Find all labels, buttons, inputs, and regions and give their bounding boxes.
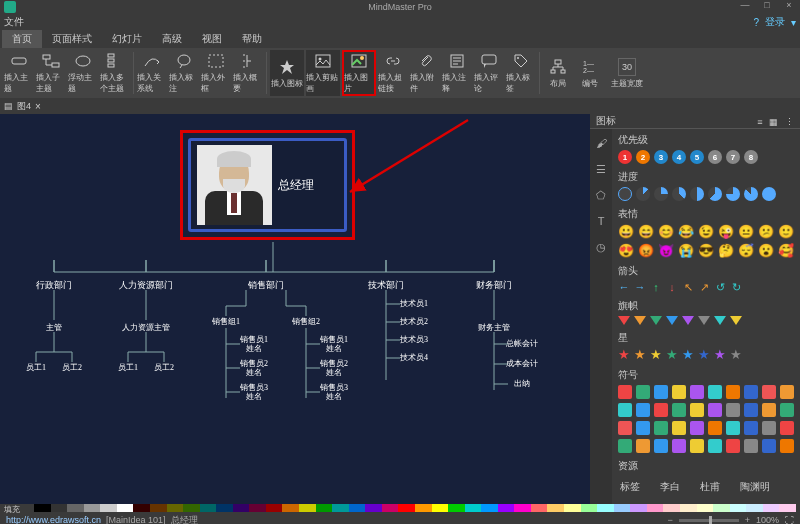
svg-text:销售员1: 销售员1: [319, 335, 348, 344]
zoom-slider[interactable]: [679, 519, 739, 522]
panel-title: 图标: [596, 114, 616, 128]
svg-point-13: [360, 56, 364, 60]
flag-icons[interactable]: [618, 316, 794, 325]
svg-text:1—: 1—: [583, 60, 594, 67]
width-control[interactable]: 30主题宽度: [607, 50, 647, 96]
svg-text:姓名: 姓名: [326, 368, 342, 377]
svg-rect-19: [561, 70, 565, 73]
login-button[interactable]: 登录: [765, 15, 785, 29]
res-0[interactable]: 标签: [620, 480, 640, 494]
insert-summary-button[interactable]: 插入概要: [233, 50, 263, 96]
app-icon: [4, 1, 16, 13]
root-photo: [197, 145, 272, 225]
status-selection: 总经理: [171, 515, 198, 525]
multi-topic-button[interactable]: 插入多个主题: [100, 50, 130, 96]
status-url[interactable]: http://www.edrawsoft.cn: [6, 515, 101, 525]
insert-topic-button[interactable]: 插入主题: [4, 50, 34, 96]
svg-point-3: [76, 56, 90, 66]
svg-text:技术员3: 技术员3: [399, 335, 428, 344]
res-3[interactable]: 陶渊明: [740, 480, 770, 494]
tab-slide[interactable]: 幻灯片: [102, 30, 152, 48]
menu-file[interactable]: 文件: [4, 15, 24, 29]
dropdown-icon[interactable]: ▾: [791, 17, 796, 28]
zoom-in-button[interactable]: +: [745, 515, 750, 524]
insert-note-button[interactable]: 插入注释: [442, 50, 472, 96]
svg-text:姓名: 姓名: [246, 392, 262, 401]
sidetab-text-icon[interactable]: T: [593, 213, 609, 229]
maximize-button[interactable]: □: [756, 0, 778, 10]
number-button[interactable]: 1—2—编号: [575, 50, 605, 96]
dept-3[interactable]: 技术部门: [367, 280, 404, 290]
insert-subtopic-button[interactable]: 插入子主题: [36, 50, 66, 96]
svg-text:销售组1: 销售组1: [211, 317, 240, 326]
dept-1[interactable]: 人力资源部门: [119, 280, 173, 290]
svg-text:姓名: 姓名: [246, 368, 262, 377]
svg-text:技术员2: 技术员2: [399, 317, 428, 326]
fit-button[interactable]: ⛶: [785, 515, 794, 524]
svg-text:销售员2: 销售员2: [239, 359, 268, 368]
star-icons[interactable]: ★★★★★★★★: [618, 348, 794, 362]
insert-border-button[interactable]: 插入外框: [201, 50, 231, 96]
svg-text:员工1: 员工1: [118, 363, 138, 372]
insert-image-button[interactable]: 插入图片: [342, 50, 376, 96]
sidetab-list-icon[interactable]: ☰: [593, 161, 609, 177]
layout-button[interactable]: 布局: [543, 50, 573, 96]
insert-relation-button[interactable]: 插入关系线: [137, 50, 167, 96]
status-idea: [MainIdea 101]: [106, 515, 166, 525]
svg-rect-4: [108, 54, 114, 57]
color-strip[interactable]: 填充: [0, 504, 800, 512]
svg-text:员工1: 员工1: [26, 363, 46, 372]
dept-4[interactable]: 财务部门: [476, 280, 512, 290]
close-button[interactable]: ×: [778, 0, 800, 10]
zoom-out-button[interactable]: −: [667, 515, 672, 524]
tab-advanced[interactable]: 高级: [152, 30, 192, 48]
panel-more-icon[interactable]: ⋮: [785, 117, 794, 127]
svg-rect-10: [316, 55, 330, 67]
dept-2[interactable]: 销售部门: [247, 280, 284, 290]
zoom-value: 100%: [756, 515, 779, 524]
root-label: 总经理: [278, 177, 314, 194]
help-button[interactable]: ?: [753, 17, 759, 28]
panel-view-icon[interactable]: ≡: [757, 117, 762, 127]
insert-comment-button[interactable]: 插入评论: [474, 50, 504, 96]
svg-rect-18: [551, 70, 555, 73]
svg-marker-9: [280, 60, 294, 74]
insert-mark-button[interactable]: 插入标注: [169, 50, 199, 96]
sidetab-brush-icon[interactable]: 🖌: [593, 135, 609, 151]
minimize-button[interactable]: —: [734, 0, 756, 10]
doc-close-button[interactable]: ×: [35, 101, 41, 112]
tab-style[interactable]: 页面样式: [42, 30, 102, 48]
panel-grid-icon[interactable]: ▦: [769, 117, 778, 127]
insert-icon-button[interactable]: 插入图标: [270, 50, 304, 96]
res-1[interactable]: 李白: [660, 480, 680, 494]
emoji-icons[interactable]: 😀😄😊😂😉😜😐😕🙂 😍😡😈😭😎🤔😴😮🥰: [618, 224, 794, 258]
dept-0[interactable]: 行政部门: [36, 280, 72, 290]
symbol-icons[interactable]: [618, 385, 794, 453]
insert-attach-button[interactable]: 插入附件: [410, 50, 440, 96]
svg-rect-5: [108, 59, 114, 62]
progress-icons[interactable]: [618, 187, 794, 201]
insert-link-button[interactable]: 插入超链接: [378, 50, 408, 96]
app-title: MindMaster Pro: [368, 2, 432, 12]
svg-point-11: [319, 58, 322, 61]
tab-help[interactable]: 帮助: [232, 30, 272, 48]
sidetab-shape-icon[interactable]: ⬠: [593, 187, 609, 203]
tab-view[interactable]: 视图: [192, 30, 232, 48]
doc-name[interactable]: 图4: [17, 100, 31, 113]
canvas[interactable]: 行政部门 人力资源部门 销售部门 技术部门 财务部门 主管 员工1 员工2 人力…: [0, 114, 590, 504]
svg-text:销售员3: 销售员3: [239, 383, 268, 392]
sidetab-clock-icon[interactable]: ◷: [593, 239, 609, 255]
arrow-icons[interactable]: ←→↑↓↖↗↺↻: [618, 281, 794, 293]
float-topic-button[interactable]: 浮动主题: [68, 50, 98, 96]
svg-rect-17: [555, 60, 561, 64]
tab-home[interactable]: 首页: [2, 30, 42, 48]
insert-clipart-button[interactable]: 插入剪贴画: [306, 50, 340, 96]
svg-text:员工2: 员工2: [154, 363, 174, 372]
svg-rect-8: [209, 55, 223, 67]
root-node[interactable]: 总经理: [180, 130, 355, 240]
insert-tag-button[interactable]: 插入标签: [506, 50, 536, 96]
svg-text:2—: 2—: [583, 67, 594, 74]
res-2[interactable]: 杜甫: [700, 480, 720, 494]
priority-icons[interactable]: 12345678: [618, 150, 794, 164]
svg-rect-6: [108, 64, 114, 67]
